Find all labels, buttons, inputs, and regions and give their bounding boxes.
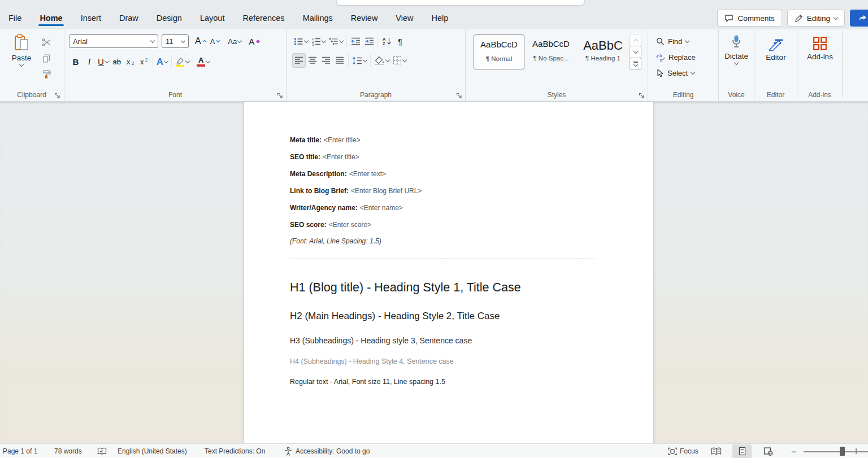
strikethrough-button[interactable]: ab bbox=[110, 54, 124, 69]
zoom-slider-track[interactable] bbox=[804, 451, 868, 452]
italic-button[interactable]: I bbox=[83, 54, 96, 69]
bold-button[interactable]: B bbox=[69, 54, 83, 69]
borders-button[interactable] bbox=[391, 53, 408, 68]
tab-mailings[interactable]: Mailings bbox=[302, 10, 334, 27]
focus-button[interactable]: Focus bbox=[668, 444, 698, 458]
style-normal[interactable]: AaBbCcD ¶ Normal bbox=[474, 34, 524, 69]
justify-button[interactable] bbox=[333, 53, 346, 68]
font-dialog-launcher-icon[interactable] bbox=[277, 93, 283, 99]
editor-group: Editor Editor bbox=[754, 29, 797, 101]
replace-icon: bc bbox=[656, 53, 665, 62]
text-predictions[interactable]: Text Predictions: On bbox=[205, 444, 265, 458]
paste-label: Paste bbox=[12, 54, 32, 62]
numbering-button[interactable]: 123 bbox=[310, 34, 327, 49]
sort-button[interactable]: AZ bbox=[380, 34, 393, 49]
styles-dialog-launcher-icon[interactable] bbox=[639, 93, 645, 99]
grow-font-button[interactable]: A bbox=[193, 34, 209, 49]
styles-scroll-up-button[interactable] bbox=[630, 34, 641, 46]
font-size-combo[interactable]: 11 bbox=[162, 34, 189, 48]
change-case-button[interactable]: Aa bbox=[226, 34, 243, 49]
clipboard-dialog-launcher-icon[interactable] bbox=[54, 93, 60, 99]
page-indicator[interactable]: Page 1 of 1 bbox=[3, 444, 37, 458]
align-left-button[interactable] bbox=[292, 53, 306, 68]
word-application-window: File Home Insert Draw Design Layout Refe… bbox=[0, 0, 868, 458]
language-indicator[interactable]: English (United States) bbox=[118, 444, 187, 458]
focus-icon bbox=[668, 447, 677, 456]
zoom-out-button[interactable]: − bbox=[791, 444, 796, 458]
chevron-down-icon bbox=[19, 62, 24, 67]
highlight-button[interactable] bbox=[173, 54, 191, 69]
bullets-button[interactable] bbox=[292, 34, 310, 49]
styles-scroll-down-button[interactable] bbox=[630, 46, 641, 58]
paragraph-group-label: Paragraph bbox=[287, 91, 465, 99]
format-painter-button[interactable] bbox=[40, 67, 53, 81]
eraser-icon bbox=[255, 39, 261, 44]
font-family-value: Arial bbox=[73, 37, 88, 46]
comments-icon bbox=[724, 14, 734, 23]
tab-help[interactable]: Help bbox=[431, 10, 450, 27]
zoom-slider-tick bbox=[856, 448, 857, 454]
seo-score-line: SEO score:<Enter score> bbox=[290, 221, 371, 229]
font-size-value: 11 bbox=[166, 37, 173, 46]
font-family-combo[interactable]: Arial bbox=[69, 34, 158, 48]
align-center-button[interactable] bbox=[306, 53, 319, 68]
addins-button[interactable]: Add-ins bbox=[805, 36, 835, 61]
clear-formatting-button[interactable]: A bbox=[247, 34, 262, 49]
writer-agency-line: Writer/Agency name:<Enter name> bbox=[290, 204, 403, 212]
copy-button[interactable] bbox=[40, 51, 53, 66]
tab-draw[interactable]: Draw bbox=[118, 10, 140, 27]
replace-button[interactable]: bc Replace bbox=[654, 49, 696, 65]
tab-design[interactable]: Design bbox=[155, 10, 183, 27]
print-layout-button[interactable] bbox=[732, 444, 752, 458]
cut-button[interactable] bbox=[40, 35, 53, 50]
tab-insert[interactable]: Insert bbox=[80, 10, 102, 27]
align-right-button[interactable] bbox=[319, 53, 333, 68]
comments-button[interactable]: Comments bbox=[717, 10, 782, 27]
select-button[interactable]: Select bbox=[654, 65, 696, 81]
tab-file[interactable]: File bbox=[7, 10, 23, 27]
web-layout-button[interactable] bbox=[758, 444, 778, 458]
proofing-book-icon[interactable] bbox=[97, 444, 107, 458]
paste-button[interactable]: Paste bbox=[8, 34, 35, 66]
tab-review[interactable]: Review bbox=[350, 10, 379, 27]
document-page[interactable]: Meta title:<Enter title> SEO title:<Ente… bbox=[244, 102, 653, 443]
paste-clipboard-icon bbox=[13, 34, 30, 52]
search-box[interactable] bbox=[336, 0, 585, 6]
font-color-button[interactable]: A bbox=[195, 54, 211, 69]
shrink-font-button[interactable]: A bbox=[209, 34, 223, 49]
share-button[interactable] bbox=[850, 10, 868, 27]
superscript-button[interactable]: x2 bbox=[137, 54, 151, 69]
editor-button[interactable]: Editor bbox=[762, 36, 789, 62]
read-mode-button[interactable] bbox=[706, 444, 726, 458]
tab-references[interactable]: References bbox=[241, 10, 285, 27]
doc-regular-text: Regular text - Arial, Font size 11, Line… bbox=[290, 378, 445, 386]
underline-button[interactable]: U bbox=[96, 54, 110, 69]
caret-down-icon bbox=[216, 40, 220, 43]
tab-layout[interactable]: Layout bbox=[199, 10, 226, 27]
multilevel-list-button[interactable] bbox=[327, 34, 345, 49]
text-effects-button[interactable]: A bbox=[155, 54, 170, 69]
editing-mode-dropdown[interactable]: Editing bbox=[787, 10, 845, 27]
shading-button[interactable] bbox=[372, 53, 391, 68]
styles-more-button[interactable] bbox=[630, 58, 641, 70]
line-spacing-button[interactable] bbox=[350, 53, 368, 68]
subscript-button[interactable]: x2 bbox=[124, 54, 137, 69]
paragraph-dialog-launcher-icon[interactable] bbox=[456, 93, 462, 99]
style-heading-1[interactable]: AaBbC ¶ Heading 1 bbox=[578, 34, 628, 69]
doc-heading-1: H1 (Blog title) - Heading Style 1, Title… bbox=[290, 281, 521, 295]
word-count[interactable]: 78 words bbox=[54, 444, 82, 458]
editor-pencil-icon bbox=[768, 36, 784, 51]
dictate-mic-icon bbox=[730, 35, 743, 50]
increase-indent-button[interactable] bbox=[362, 34, 376, 49]
zoom-slider-handle[interactable] bbox=[840, 447, 845, 456]
pilcrow-button[interactable]: ¶ bbox=[393, 34, 407, 49]
dictate-button[interactable]: Dictate bbox=[722, 35, 750, 64]
tab-home[interactable]: Home bbox=[38, 10, 63, 27]
status-bar: Page 1 of 1 78 words English (United Sta… bbox=[0, 443, 868, 458]
decrease-indent-button[interactable] bbox=[349, 34, 362, 49]
accessibility-status[interactable]: Accessibility: Good to go bbox=[284, 444, 370, 458]
find-button[interactable]: Find bbox=[654, 33, 696, 49]
tab-view[interactable]: View bbox=[394, 10, 414, 27]
style-no-spacing[interactable]: AaBbCcD ¶ No Spac... bbox=[526, 34, 576, 69]
font-note: (Font: Arial, Line Spacing: 1.5) bbox=[290, 237, 381, 245]
